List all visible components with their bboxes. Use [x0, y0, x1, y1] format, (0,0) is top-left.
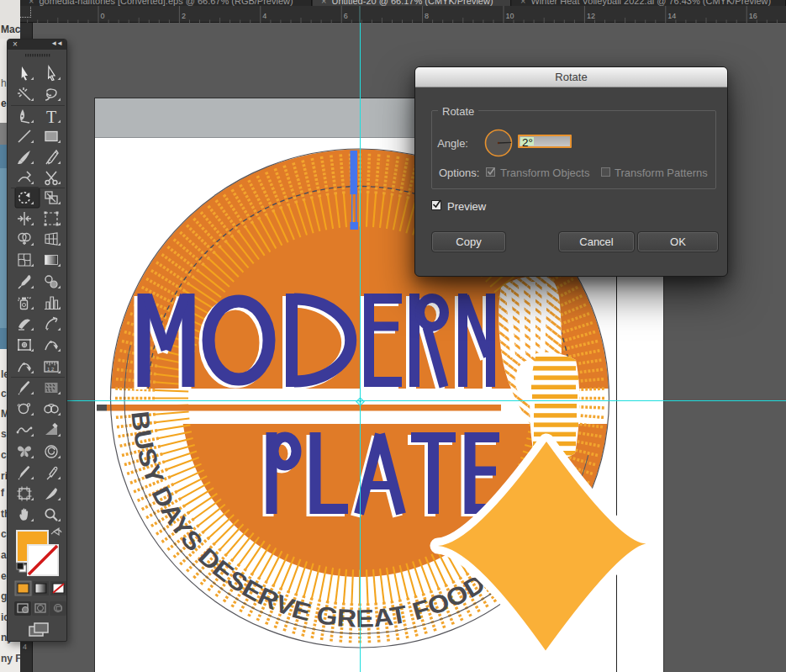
svg-text:T: T [46, 108, 56, 126]
svg-text:4: 4 [23, 643, 27, 651]
svg-text:2: 2 [182, 12, 186, 20]
svg-text:12: 12 [587, 12, 595, 20]
svg-text:8: 8 [425, 12, 429, 20]
svg-text:4: 4 [262, 12, 266, 20]
svg-text:6: 6 [344, 12, 348, 20]
svg-text:1 2: 1 2 [47, 367, 55, 372]
svg-text:10: 10 [506, 12, 514, 20]
svg-text:0: 0 [101, 12, 105, 20]
svg-text:16: 16 [749, 12, 757, 20]
svg-text:14: 14 [667, 12, 676, 20]
